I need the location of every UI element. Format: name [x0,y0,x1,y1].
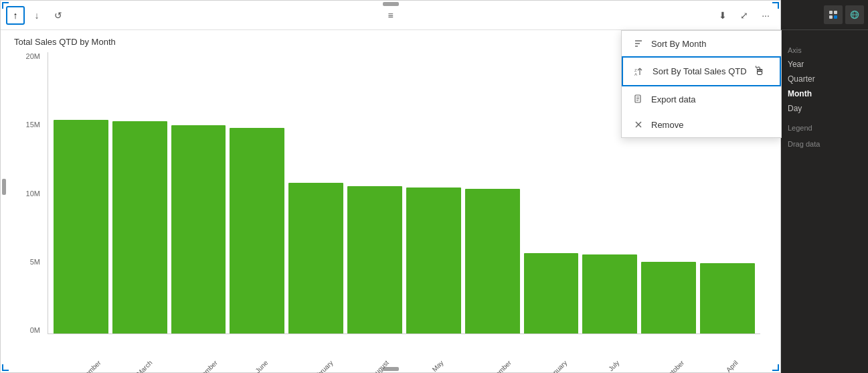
x-label-col: October [641,356,696,366]
bar-col [54,52,108,333]
field-quarter[interactable]: Quarter [788,72,861,86]
y-label-10m: 10M [26,190,40,198]
remove-label: Remove [651,120,683,130]
legend-section-label: Legend [788,124,861,132]
bar-col [230,52,284,333]
expand-icon: ⤢ [740,10,748,21]
drag-data-label: Drag data [788,140,861,148]
bar[interactable] [524,253,579,333]
x-label: July [608,359,621,372]
bar[interactable] [54,120,108,333]
x-label-col: December [171,356,226,366]
svg-rect-15 [834,11,837,14]
download-button[interactable]: ⬇ [713,6,732,25]
x-label: April [725,359,740,373]
y-label-0m: 0M [30,326,40,334]
export-icon [632,93,644,105]
export-data-label: Export data [651,94,696,104]
panel-icon-grid[interactable] [824,5,843,24]
bar-col [524,52,579,333]
bar[interactable] [582,254,637,333]
y-axis: 0M 5M 10M 15M 20M [14,52,44,334]
bar[interactable] [347,186,402,334]
x-label-col: August [347,356,402,366]
x-label: June [254,359,269,373]
x-label-col: September [53,356,108,366]
bar[interactable] [288,183,343,333]
down-arrow-button[interactable]: ↓ [27,6,46,25]
axis-section-label: Axis [788,46,861,54]
down-arrow-icon: ↓ [35,10,39,21]
x-label-col: November [464,356,519,366]
x-label: October [664,359,686,373]
bar[interactable] [406,188,461,333]
bar-col [465,52,520,333]
x-label-col: July [582,356,637,366]
x-label: May [431,359,445,373]
panel-divider-1 [781,29,868,30]
context-menu: Sort By Month Z A Sort By Total Sales QT… [621,30,782,138]
svg-rect-16 [829,15,833,19]
chart-toolbar: ↑ ↓ ↺ ≡ ⬇ ⤢ ··· [1,1,780,30]
svg-rect-17 [834,15,837,19]
panel-icon-globe[interactable] [845,5,864,24]
sort-az-icon: Z A [634,66,646,78]
panel-field-list: Axis Year Quarter Month Day Legend Drag … [781,33,868,370]
x-label-col: February [288,356,343,366]
svg-rect-14 [829,11,833,14]
up-arrow-icon: ↑ [13,10,18,21]
x-label: November [486,359,513,373]
more-button[interactable]: ··· [756,6,775,25]
field-day[interactable]: Day [788,101,861,116]
x-label: August [370,359,390,373]
field-month[interactable]: Month [788,86,861,101]
menu-button[interactable]: ≡ [381,6,400,25]
x-label: January [546,359,568,373]
x-label: February [310,359,334,373]
menu-item-sort-by-total-sales[interactable]: Z A Sort By Total Sales QTD 🖱 [622,56,781,86]
x-labels: SeptemberMarchDecemberJuneFebruaryAugust… [48,356,760,366]
bar-col [406,52,461,333]
bar-col [347,52,402,333]
menu-item-export-data[interactable]: Export data [622,86,781,112]
x-label-col: March [112,356,167,366]
more-icon: ··· [762,10,770,21]
x-label: September [74,359,102,373]
bar[interactable] [465,189,520,333]
x-label-col: April [700,356,755,366]
bar-col [288,52,343,333]
sort-by-month-label: Sort By Month [651,39,706,49]
right-panel: Axis Year Quarter Month Day Legend Drag … [781,0,868,373]
bar-col [171,52,226,333]
x-label: March [135,359,153,373]
sort-icon [632,38,644,50]
refresh-button[interactable]: ↺ [49,6,68,25]
y-label-15m: 15M [26,121,40,129]
bar[interactable] [700,263,755,333]
sort-by-total-sales-label: Sort By Total Sales QTD [653,66,747,76]
remove-icon [632,119,644,131]
x-label-col: May [406,356,461,366]
y-label-5m: 5M [30,258,40,266]
x-label: December [191,359,218,373]
up-arrow-button[interactable]: ↑ [6,6,25,25]
expand-button[interactable]: ⤢ [735,6,754,25]
menu-icon: ≡ [387,10,393,21]
chart-panel: ↑ ↓ ↺ ≡ ⬇ ⤢ ··· [0,0,781,373]
bar[interactable] [641,262,696,333]
refresh-icon: ↺ [54,10,62,21]
y-label-20m: 20M [26,52,40,60]
cursor-icon: 🖱 [754,64,766,78]
download-icon: ⬇ [719,10,727,21]
svg-text:A: A [634,72,637,76]
bar[interactable] [171,125,226,333]
panel-icons [781,3,868,27]
bar-col [112,52,167,333]
bar[interactable] [112,121,167,333]
x-label-col: January [523,356,578,366]
menu-item-sort-by-month[interactable]: Sort By Month [622,31,781,56]
menu-item-remove[interactable]: Remove [622,112,781,137]
x-label-col: June [230,356,284,366]
bar[interactable] [230,128,284,333]
field-year[interactable]: Year [788,57,861,72]
